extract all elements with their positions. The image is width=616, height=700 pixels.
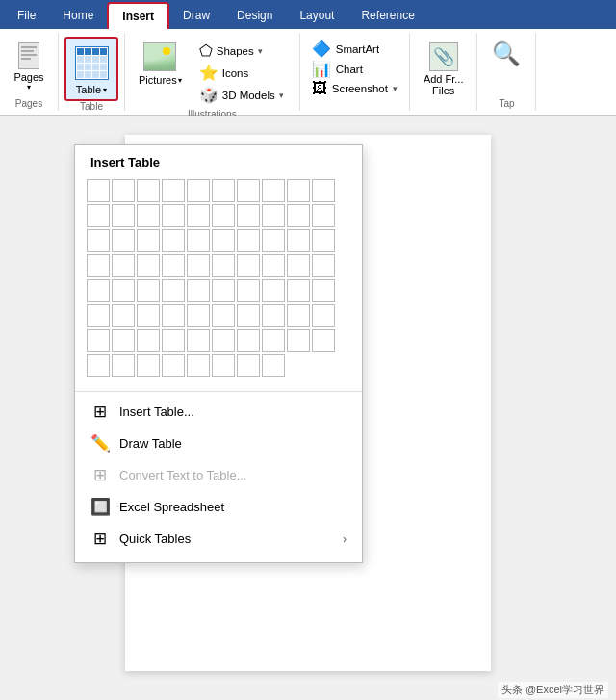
shapes-button[interactable]: ⬠ Shapes ▾	[195, 40, 288, 61]
pages-button[interactable]: Pages ▾	[6, 37, 52, 95]
tab-draw[interactable]: Draw	[169, 2, 223, 29]
grid-cell[interactable]	[262, 229, 285, 252]
grid-cell[interactable]	[162, 279, 185, 302]
pictures-button[interactable]: Pictures ▾	[131, 37, 190, 90]
grid-cell[interactable]	[137, 354, 160, 377]
grid-cell[interactable]	[262, 354, 285, 377]
grid-cell[interactable]	[237, 304, 260, 327]
grid-cell[interactable]	[112, 179, 135, 202]
screenshot-button[interactable]: 🖼 Screenshot ▾	[310, 79, 399, 98]
grid-cell[interactable]	[187, 254, 210, 277]
grid-cell[interactable]	[137, 279, 160, 302]
grid-cell[interactable]	[137, 304, 160, 327]
grid-cell[interactable]	[112, 204, 135, 227]
grid-cell[interactable]	[112, 254, 135, 277]
grid-cell[interactable]	[312, 329, 335, 352]
grid-cell[interactable]	[162, 254, 185, 277]
grid-cell[interactable]	[187, 304, 210, 327]
grid-cell[interactable]	[262, 279, 285, 302]
grid-cell[interactable]	[312, 229, 335, 252]
grid-cell[interactable]	[137, 254, 160, 277]
grid-cell[interactable]	[237, 279, 260, 302]
add-files-button[interactable]: 📎 Add Fr... Files	[416, 37, 472, 100]
grid-cell[interactable]	[262, 204, 285, 227]
3d-models-button[interactable]: 🎲 3D Models ▾	[195, 85, 288, 105]
grid-cell[interactable]	[87, 279, 110, 302]
grid-cell[interactable]	[312, 304, 335, 327]
grid-cell[interactable]	[312, 204, 335, 227]
tap-button[interactable]: 🔍	[483, 37, 529, 71]
grid-cell[interactable]	[187, 229, 210, 252]
grid-cell[interactable]	[137, 204, 160, 227]
grid-cell[interactable]	[287, 304, 310, 327]
grid-cell[interactable]	[187, 204, 210, 227]
tab-design[interactable]: Design	[223, 2, 286, 29]
tab-file[interactable]: File	[4, 2, 49, 29]
grid-cell[interactable]	[287, 329, 310, 352]
grid-cell[interactable]	[312, 279, 335, 302]
grid-cell[interactable]	[262, 254, 285, 277]
grid-cell[interactable]	[187, 179, 210, 202]
grid-cell[interactable]	[112, 354, 135, 377]
grid-cell[interactable]	[287, 179, 310, 202]
grid-cell[interactable]	[312, 179, 335, 202]
grid-cell[interactable]	[187, 354, 210, 377]
icons-button[interactable]: ⭐ Icons	[195, 63, 288, 83]
grid-cell[interactable]	[262, 304, 285, 327]
tab-reference[interactable]: Reference	[347, 2, 427, 29]
grid-cell[interactable]	[212, 204, 235, 227]
grid-cell[interactable]	[287, 204, 310, 227]
tab-home[interactable]: Home	[49, 2, 107, 29]
grid-cell[interactable]	[262, 329, 285, 352]
grid-cell[interactable]	[87, 229, 110, 252]
grid-cell[interactable]	[237, 254, 260, 277]
grid-cell[interactable]	[237, 229, 260, 252]
grid-cell[interactable]	[112, 304, 135, 327]
tab-insert[interactable]: Insert	[107, 2, 169, 29]
grid-cell[interactable]	[162, 229, 185, 252]
grid-cell[interactable]	[212, 279, 235, 302]
grid-cell[interactable]	[112, 329, 135, 352]
grid-cell[interactable]	[162, 204, 185, 227]
grid-cell[interactable]	[87, 254, 110, 277]
grid-cell[interactable]	[212, 329, 235, 352]
grid-cell[interactable]	[137, 229, 160, 252]
grid-cell[interactable]	[137, 179, 160, 202]
grid-cell[interactable]	[87, 329, 110, 352]
grid-cell[interactable]	[162, 329, 185, 352]
smartart-button[interactable]: 🔷 SmartArt	[310, 39, 399, 59]
grid-cell[interactable]	[287, 229, 310, 252]
tab-layout[interactable]: Layout	[286, 2, 347, 29]
grid-cell[interactable]	[187, 329, 210, 352]
grid-cell[interactable]	[312, 254, 335, 277]
grid-cell[interactable]	[287, 254, 310, 277]
chart-button[interactable]: 📊 Chart	[310, 59, 399, 79]
grid-cell[interactable]	[237, 354, 260, 377]
grid-cell[interactable]	[162, 304, 185, 327]
grid-cell[interactable]	[212, 229, 235, 252]
grid-cell[interactable]	[262, 179, 285, 202]
grid-cell[interactable]	[212, 354, 235, 377]
grid-cell[interactable]	[162, 179, 185, 202]
insert-table-menu-item[interactable]: ⊞ Insert Table...	[75, 396, 362, 428]
grid-cell[interactable]	[187, 279, 210, 302]
grid-cell[interactable]	[212, 179, 235, 202]
grid-cell[interactable]	[112, 229, 135, 252]
grid-cell[interactable]	[87, 179, 110, 202]
grid-cell[interactable]	[137, 329, 160, 352]
grid-cell[interactable]	[287, 279, 310, 302]
grid-cell[interactable]	[112, 279, 135, 302]
draw-table-menu-item[interactable]: ✏️ Draw Table	[75, 428, 362, 459]
grid-cell[interactable]	[87, 354, 110, 377]
quick-tables-menu-item[interactable]: ⊞ Quick Tables ›	[75, 523, 362, 555]
grid-cell[interactable]	[212, 304, 235, 327]
grid-cell[interactable]	[237, 329, 260, 352]
grid-cell[interactable]	[87, 204, 110, 227]
grid-cell[interactable]	[162, 354, 185, 377]
grid-cell[interactable]	[212, 254, 235, 277]
grid-cell[interactable]	[237, 204, 260, 227]
grid-cell[interactable]	[87, 304, 110, 327]
grid-cell[interactable]	[237, 179, 260, 202]
excel-spreadsheet-menu-item[interactable]: 🔲 Excel Spreadsheet	[75, 491, 362, 523]
table-button[interactable]: Table ▾	[64, 37, 118, 101]
